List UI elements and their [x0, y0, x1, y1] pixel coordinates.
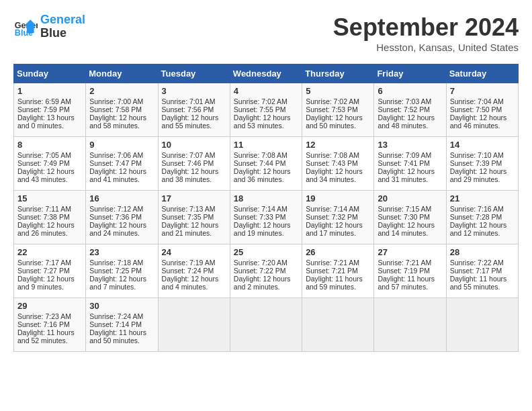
day-number: 5: [306, 86, 370, 96]
sunset-text: Sunset: 7:41 PM: [378, 159, 430, 167]
daylight-label: Daylight: 12 hours and 50 minutes.: [306, 113, 363, 130]
calendar-cell: 20 Sunrise: 7:15 AM Sunset: 7:30 PM Dayl…: [374, 191, 446, 244]
calendar-cell: 25 Sunrise: 7:20 AM Sunset: 7:22 PM Dayl…: [230, 244, 302, 298]
day-number: 10: [162, 140, 226, 150]
calendar-cell: 5 Sunrise: 7:02 AM Sunset: 7:53 PM Dayli…: [302, 83, 374, 137]
day-number: 21: [450, 193, 515, 203]
calendar-cell: 2 Sunrise: 7:00 AM Sunset: 7:58 PM Dayli…: [86, 83, 158, 137]
day-number: 13: [378, 140, 442, 150]
sunrise-text: Sunrise: 7:08 AM: [234, 151, 287, 159]
calendar-cell: 22 Sunrise: 7:17 AM Sunset: 7:27 PM Dayl…: [14, 244, 86, 298]
sunrise-text: Sunrise: 7:15 AM: [378, 205, 431, 213]
calendar-cell: 19 Sunrise: 7:14 AM Sunset: 7:32 PM Dayl…: [302, 191, 374, 244]
daylight-label: Daylight: 12 hours and 24 minutes.: [89, 221, 146, 237]
daylight-label: Daylight: 12 hours and 4 minutes.: [162, 275, 219, 291]
sunrise-text: Sunrise: 7:08 AM: [306, 151, 359, 159]
daylight-label: Daylight: 12 hours and 36 minutes.: [234, 167, 291, 183]
calendar-cell: [158, 298, 230, 352]
sunset-text: Sunset: 7:19 PM: [378, 267, 430, 275]
day-number: 26: [306, 247, 370, 257]
calendar-cell: [374, 298, 446, 352]
daylight-label: Daylight: 11 hours and 57 minutes.: [378, 275, 435, 291]
calendar-week-row: 15 Sunrise: 7:11 AM Sunset: 7:38 PM Dayl…: [14, 191, 519, 244]
sunrise-text: Sunrise: 7:23 AM: [17, 312, 71, 320]
sunrise-text: Sunrise: 7:22 AM: [450, 259, 504, 267]
daylight-label: Daylight: 12 hours and 43 minutes.: [17, 167, 75, 183]
sunrise-text: Sunrise: 7:18 AM: [89, 259, 143, 267]
calendar-table: SundayMondayTuesdayWednesdayThursdayFrid…: [13, 64, 519, 352]
day-header-sunday: Sunday: [14, 64, 86, 83]
day-number: 28: [450, 247, 515, 257]
day-number: 1: [17, 86, 82, 96]
calendar-cell: 27 Sunrise: 7:21 AM Sunset: 7:19 PM Dayl…: [374, 244, 446, 298]
sunset-text: Sunset: 7:28 PM: [450, 213, 502, 221]
day-number: 2: [89, 86, 154, 96]
day-number: 24: [162, 247, 226, 257]
calendar-cell: 26 Sunrise: 7:21 AM Sunset: 7:21 PM Dayl…: [302, 244, 374, 298]
day-number: 18: [234, 193, 298, 203]
daylight-label: Daylight: 12 hours and 41 minutes.: [89, 167, 146, 183]
daylight-label: Daylight: 11 hours and 55 minutes.: [450, 275, 507, 291]
sunrise-text: Sunrise: 7:10 AM: [450, 151, 504, 159]
sunrise-text: Sunrise: 7:14 AM: [306, 205, 359, 213]
sunrise-text: Sunrise: 7:11 AM: [17, 205, 71, 213]
calendar-cell: 9 Sunrise: 7:06 AM Sunset: 7:47 PM Dayli…: [86, 137, 158, 191]
daylight-label: Daylight: 11 hours and 50 minutes.: [89, 328, 146, 345]
sunrise-text: Sunrise: 7:17 AM: [17, 259, 71, 267]
sunset-text: Sunset: 7:27 PM: [17, 267, 70, 275]
calendar-cell: [446, 298, 518, 352]
sunset-text: Sunset: 7:16 PM: [17, 320, 70, 328]
day-header-wednesday: Wednesday: [230, 64, 302, 83]
sunrise-text: Sunrise: 7:03 AM: [378, 97, 431, 105]
daylight-label: Daylight: 12 hours and 48 minutes.: [378, 113, 435, 130]
sunrise-text: Sunrise: 7:24 AM: [89, 312, 143, 320]
calendar-cell: 23 Sunrise: 7:18 AM Sunset: 7:25 PM Dayl…: [86, 244, 158, 298]
day-header-tuesday: Tuesday: [158, 64, 230, 83]
daylight-label: Daylight: 11 hours and 52 minutes.: [17, 328, 75, 345]
day-number: 8: [17, 140, 82, 150]
sunrise-text: Sunrise: 7:14 AM: [234, 205, 287, 213]
calendar-cell: [230, 298, 302, 352]
page-header: General Blue GeneralBlue September 2024 …: [13, 13, 519, 53]
sunset-text: Sunset: 7:25 PM: [89, 267, 142, 275]
day-number: 23: [89, 247, 154, 257]
day-number: 29: [17, 301, 82, 311]
daylight-label: Daylight: 12 hours and 29 minutes.: [450, 167, 507, 183]
day-number: 7: [450, 86, 515, 96]
day-number: 22: [17, 247, 82, 257]
logo-icon: General Blue: [13, 15, 38, 39]
sunset-text: Sunset: 7:50 PM: [450, 105, 502, 113]
sunset-text: Sunset: 7:46 PM: [162, 159, 214, 167]
daylight-label: Daylight: 12 hours and 21 minutes.: [162, 221, 219, 237]
sunrise-text: Sunrise: 7:07 AM: [162, 151, 216, 159]
sunrise-text: Sunrise: 7:02 AM: [306, 97, 359, 105]
sunset-text: Sunset: 7:38 PM: [17, 213, 70, 221]
sunrise-text: Sunrise: 7:20 AM: [234, 259, 287, 267]
sunrise-text: Sunrise: 7:01 AM: [162, 97, 216, 105]
daylight-label: Daylight: 12 hours and 2 minutes.: [234, 275, 291, 291]
calendar-cell: 7 Sunrise: 7:04 AM Sunset: 7:50 PM Dayli…: [446, 83, 518, 137]
sunrise-text: Sunrise: 7:13 AM: [162, 205, 216, 213]
day-number: 17: [162, 193, 226, 203]
sunset-text: Sunset: 7:33 PM: [234, 213, 286, 221]
sunset-text: Sunset: 7:22 PM: [234, 267, 286, 275]
calendar-cell: 8 Sunrise: 7:05 AM Sunset: 7:49 PM Dayli…: [14, 137, 86, 191]
calendar-cell: 15 Sunrise: 7:11 AM Sunset: 7:38 PM Dayl…: [14, 191, 86, 244]
day-number: 15: [17, 193, 82, 203]
calendar-cell: 1 Sunrise: 6:59 AM Sunset: 7:59 PM Dayli…: [14, 83, 86, 137]
calendar-cell: 18 Sunrise: 7:14 AM Sunset: 7:33 PM Dayl…: [230, 191, 302, 244]
sunset-text: Sunset: 7:55 PM: [234, 105, 286, 113]
sunset-text: Sunset: 7:36 PM: [89, 213, 142, 221]
sunset-text: Sunset: 7:44 PM: [234, 159, 286, 167]
sunrise-text: Sunrise: 7:21 AM: [306, 259, 359, 267]
daylight-label: Daylight: 12 hours and 14 minutes.: [378, 221, 435, 237]
calendar-cell: 6 Sunrise: 7:03 AM Sunset: 7:52 PM Dayli…: [374, 83, 446, 137]
sunset-text: Sunset: 7:56 PM: [162, 105, 214, 113]
sunrise-text: Sunrise: 7:19 AM: [162, 259, 216, 267]
sunrise-text: Sunrise: 7:00 AM: [89, 97, 143, 105]
sunset-text: Sunset: 7:53 PM: [306, 105, 358, 113]
day-number: 4: [234, 86, 298, 96]
calendar-week-row: 22 Sunrise: 7:17 AM Sunset: 7:27 PM Dayl…: [14, 244, 519, 298]
day-number: 16: [89, 193, 154, 203]
location-subtitle: Hesston, Kansas, United States: [333, 42, 519, 53]
